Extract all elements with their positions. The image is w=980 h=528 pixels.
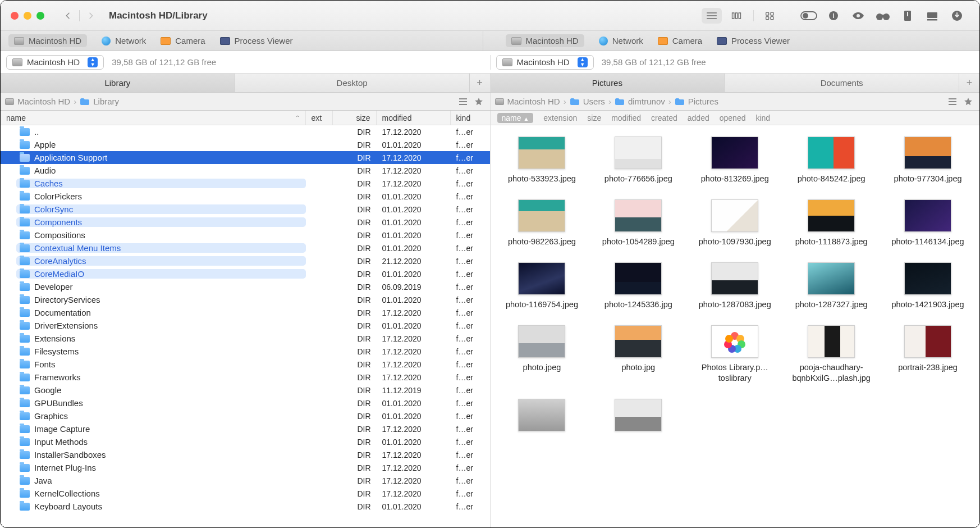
iconcol-opened[interactable]: opened — [720, 113, 746, 122]
fav-network[interactable]: Network — [599, 36, 643, 45]
iconcol-created[interactable]: created — [651, 113, 677, 122]
iconcol-added[interactable]: added — [688, 113, 709, 122]
tab-pictures[interactable]: Pictures — [491, 74, 725, 92]
iconcol-size[interactable]: size — [587, 113, 601, 122]
list-item[interactable]: Caches DIR17.12.2020f…er — [1, 177, 490, 190]
list-item[interactable]: Input Methods DIR01.01.2020f…er — [1, 435, 490, 448]
fav-camera[interactable]: Camera — [161, 36, 205, 45]
list-item[interactable]: ColorPickers DIR01.01.2020f…er — [1, 190, 490, 203]
grid-item[interactable] — [590, 395, 686, 446]
grid-item[interactable]: photo-1287327.jpeg — [783, 259, 880, 320]
iconcol-name[interactable]: name ▲ — [497, 113, 534, 123]
close-button[interactable] — [11, 12, 19, 20]
info-icon[interactable]: i — [823, 8, 844, 24]
tab-library[interactable]: Library — [1, 74, 235, 92]
list-item[interactable]: Compositions DIR01.01.2020f…er — [1, 229, 490, 242]
list-item[interactable]: CoreAnalytics DIR21.12.2020f…er — [1, 254, 490, 267]
nav-back-button[interactable] — [60, 8, 76, 24]
col-name[interactable]: name⌃ — [1, 111, 306, 125]
list-item[interactable]: ColorSync DIR01.01.2020f…er — [1, 203, 490, 216]
icon-grid[interactable]: photo-533923.jpegphoto-776656.jpegphoto-… — [491, 125, 980, 528]
path-list-icon[interactable] — [456, 95, 470, 108]
path-seg[interactable]: Macintosh HD — [495, 97, 560, 106]
path-star-icon[interactable] — [472, 95, 486, 108]
path-seg[interactable]: Library — [80, 97, 119, 106]
list-item[interactable]: Contextual Menu Items DIR01.01.2020f…er — [1, 242, 490, 254]
iconcol-extension[interactable]: extension — [543, 113, 577, 122]
list-item[interactable]: Developer DIR06.09.2019f…er — [1, 280, 490, 293]
col-ext[interactable]: ext — [306, 111, 333, 125]
iconcol-kind[interactable]: kind — [755, 113, 770, 122]
list-item[interactable]: .. DIR17.12.2020f…er — [1, 125, 490, 138]
list-item[interactable]: InstallerSandboxes DIR17.12.2020f…er — [1, 448, 490, 461]
grid-item[interactable]: photo-533923.jpeg — [494, 133, 590, 194]
grid-item[interactable] — [494, 395, 590, 446]
list-item[interactable]: Image Capture DIR17.12.2020f…er — [1, 422, 490, 435]
view-icons-button[interactable] — [761, 8, 781, 24]
path-list-icon[interactable] — [946, 95, 959, 108]
grid-item[interactable]: Photos Library.p…toslibrary — [686, 322, 783, 393]
path-seg[interactable]: Pictures — [675, 97, 718, 106]
list-item[interactable]: Frameworks DIR17.12.2020f…er — [1, 371, 490, 384]
view-columns-button[interactable] — [726, 8, 747, 24]
view-list-button[interactable] — [702, 8, 722, 24]
fav-camera[interactable]: Camera — [658, 36, 702, 45]
list-item[interactable]: Components DIR01.01.2020f…er — [1, 216, 490, 229]
tab-desktop[interactable]: Desktop — [235, 74, 470, 92]
grid-item[interactable]: photo-1169754.jpeg — [494, 259, 590, 320]
grid-item[interactable]: photo-845242.jpeg — [783, 133, 880, 194]
fav-process-viewer[interactable]: Process Viewer — [717, 36, 790, 45]
list-item[interactable]: GPUBundles DIR01.01.2020f…er — [1, 397, 490, 409]
grid-item[interactable]: pooja-chaudhary-bqnbKxilG…plash.jpg — [783, 322, 880, 393]
list-item[interactable]: Documentation DIR17.12.2020f…er — [1, 306, 490, 319]
list-item[interactable]: CoreMediaIO DIR01.01.2020f…er — [1, 267, 490, 280]
grid-item[interactable]: photo-1118873.jpeg — [783, 196, 880, 257]
grid-item[interactable]: photo-1097930.jpeg — [686, 196, 783, 257]
grid-item[interactable]: photo.jpg — [590, 322, 686, 393]
grid-item[interactable]: photo-1054289.jpeg — [590, 196, 686, 257]
list-item[interactable]: Apple DIR01.01.2020f…er — [1, 138, 490, 151]
fav-macintosh-hd[interactable]: Macintosh HD — [506, 34, 584, 47]
download-icon[interactable] — [947, 8, 967, 24]
path-star-icon[interactable] — [961, 95, 975, 108]
list-item[interactable]: Java DIR17.12.2020f…er — [1, 474, 490, 487]
eject-icon[interactable] — [922, 8, 942, 24]
grid-item[interactable]: photo-1146134.jpeg — [880, 196, 976, 257]
list-item[interactable]: Internet Plug-Ins DIR17.12.2020f…er — [1, 461, 490, 474]
disk-selector-right[interactable]: Macintosh HD ▲▼ — [496, 55, 594, 70]
col-kind[interactable]: kind — [451, 111, 490, 125]
tab-add-button[interactable]: + — [470, 74, 490, 92]
path-seg[interactable]: Users — [570, 97, 605, 106]
list-item[interactable]: Graphics DIR01.01.2020f…er — [1, 409, 490, 422]
grid-item[interactable]: photo-1421903.jpeg — [880, 259, 976, 320]
tab-documents[interactable]: Documents — [725, 74, 959, 92]
list-item[interactable]: DirectoryServices DIR01.01.2020f…er — [1, 293, 490, 306]
tab-add-button[interactable]: + — [959, 74, 979, 92]
path-seg[interactable]: dimtrunov — [615, 97, 665, 106]
grid-item[interactable]: photo-776656.jpeg — [590, 133, 686, 194]
list-item[interactable]: Filesystems DIR17.12.2020f…er — [1, 345, 490, 358]
fav-macintosh-hd[interactable]: Macintosh HD — [8, 34, 87, 47]
binoculars-icon[interactable] — [873, 8, 893, 24]
grid-item[interactable]: portrait-238.jpeg — [880, 322, 976, 393]
list-item[interactable]: Keyboard Layouts DIR01.01.2020f…er — [1, 500, 490, 513]
col-size[interactable]: size — [333, 111, 377, 125]
disk-selector-left[interactable]: Macintosh HD ▲▼ — [6, 55, 104, 70]
grid-item[interactable]: photo-813269.jpeg — [686, 133, 783, 194]
col-modified[interactable]: modified — [377, 111, 451, 125]
file-list[interactable]: .. DIR17.12.2020f…er Apple DIR01.01.2020… — [1, 125, 490, 528]
path-seg[interactable]: Macintosh HD — [5, 97, 70, 106]
list-item[interactable]: KernelCollections DIR17.12.2020f…er — [1, 487, 490, 500]
grid-item[interactable]: photo-1245336.jpg — [590, 259, 686, 320]
fav-process-viewer[interactable]: Process Viewer — [220, 36, 293, 45]
list-item[interactable]: Extensions DIR17.12.2020f…er — [1, 332, 490, 345]
grid-item[interactable]: photo-1287083.jpeg — [686, 259, 783, 320]
list-item[interactable]: Audio DIR17.12.2020f…er — [1, 164, 490, 177]
preview-icon[interactable] — [848, 8, 868, 24]
maximize-button[interactable] — [36, 12, 44, 20]
grid-item[interactable]: photo-977304.jpeg — [880, 133, 976, 194]
archive-icon[interactable] — [897, 8, 918, 24]
fav-network[interactable]: Network — [102, 36, 146, 45]
grid-item[interactable]: photo-982263.jpeg — [494, 196, 590, 257]
iconcol-modified[interactable]: modified — [611, 113, 641, 122]
